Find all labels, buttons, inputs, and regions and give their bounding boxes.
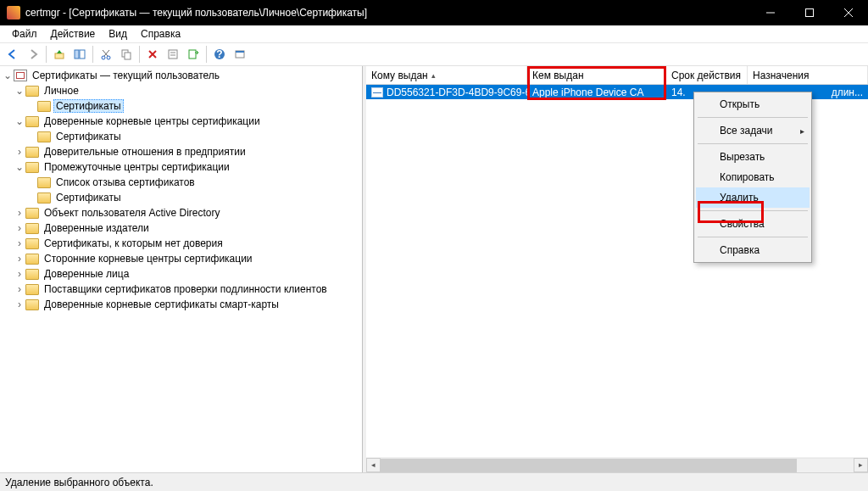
close-button[interactable]	[829, 0, 868, 25]
svg-rect-12	[125, 53, 131, 59]
svg-text:?: ?	[216, 48, 222, 60]
tree-enterprise-trust[interactable]: ›Доверительные отношения в предприятии	[2, 144, 362, 159]
tree-trusted-root[interactable]: ⌄Доверенные корневые центры сертификации	[2, 114, 362, 129]
cm-properties[interactable]: Свойства	[696, 214, 810, 234]
chevron-right-icon: ▸	[800, 126, 804, 136]
status-text: Удаление выбранного объекта.	[5, 477, 153, 488]
help-button[interactable]: ?	[210, 45, 229, 64]
menu-help[interactable]: Справка	[134, 26, 187, 42]
separator	[698, 237, 808, 237]
properties-button[interactable]	[164, 45, 182, 64]
cut-button[interactable]	[97, 45, 115, 64]
svg-rect-6	[80, 50, 85, 59]
svg-rect-5	[75, 50, 79, 59]
separator	[698, 143, 808, 144]
tree-untrusted[interactable]: ›Сертификаты, к которым нет доверия	[2, 236, 362, 251]
col-issued-to[interactable]: Кому выдан▴	[366, 66, 527, 84]
svg-rect-15	[169, 50, 177, 59]
menu-view[interactable]: Вид	[102, 26, 134, 42]
tree-third-party-root[interactable]: ›Сторонние корневые центры сертификации	[2, 251, 362, 266]
tree-intermediate[interactable]: ⌄Промежуточные центры сертификации	[2, 159, 362, 175]
separator	[139, 46, 140, 63]
certificate-tree[interactable]: ⌄Сертификаты — текущий пользователь ⌄Лич…	[0, 66, 362, 472]
svg-rect-22	[236, 51, 244, 53]
separator	[92, 46, 93, 63]
tree-pane: ⌄Сертификаты — текущий пользователь ⌄Лич…	[0, 66, 363, 472]
forward-button[interactable]	[24, 45, 42, 64]
show-hide-tree-button[interactable]	[70, 45, 89, 64]
tree-personal[interactable]: ⌄Личное	[2, 83, 362, 98]
svg-rect-18	[189, 50, 196, 59]
cm-cut[interactable]: Вырезать	[696, 147, 810, 167]
menu-file[interactable]: Файл	[5, 26, 44, 42]
certificate-icon	[371, 87, 383, 98]
list-header: Кому выдан▴ Кем выдан Срок действия Назн…	[366, 66, 868, 85]
delete-button[interactable]	[143, 45, 162, 64]
col-purposes[interactable]: Назначения	[748, 66, 868, 84]
tree-crl[interactable]: Список отзыва сертификатов	[2, 175, 362, 190]
copy-button[interactable]	[117, 45, 136, 64]
horizontal-scrollbar[interactable]: ◂ ▸	[366, 457, 868, 472]
tree-ad-user[interactable]: ›Объект пользователя Active Directory	[2, 205, 362, 220]
window-title: certmgr - [Сертификаты — текущий пользов…	[25, 7, 751, 19]
tree-root[interactable]: ⌄Сертификаты — текущий пользователь	[2, 68, 362, 83]
status-bar: Удаление выбранного объекта.	[0, 472, 868, 491]
list-pane: Кому выдан▴ Кем выдан Срок действия Назн…	[366, 66, 868, 472]
tree-client-auth[interactable]: ›Поставщики сертификатов проверки подлин…	[2, 282, 362, 297]
separator	[698, 210, 808, 211]
tree-intermediate-certs[interactable]: Сертификаты	[2, 190, 362, 205]
scroll-thumb[interactable]	[381, 459, 797, 472]
maximize-button[interactable]	[790, 0, 829, 25]
scroll-right-button[interactable]: ▸	[854, 458, 868, 472]
tree-trusted-root-certs[interactable]: Сертификаты	[2, 129, 362, 144]
tree-personal-certs[interactable]: Сертификаты	[2, 98, 362, 114]
up-button[interactable]	[50, 45, 69, 64]
cm-help[interactable]: Справка	[696, 240, 810, 260]
menu-bar: Файл Действие Вид Справка	[0, 25, 868, 42]
col-expiration[interactable]: Срок действия	[666, 66, 748, 84]
context-menu: Открыть Все задачи▸ Вырезать Копировать …	[693, 92, 812, 263]
tree-trusted-pub[interactable]: ›Доверенные издатели	[2, 220, 362, 236]
cm-delete[interactable]: Удалить	[696, 187, 810, 208]
scroll-track[interactable]	[381, 458, 854, 472]
cm-copy[interactable]: Копировать	[696, 167, 810, 187]
tree-smartcard-root[interactable]: ›Доверенные корневые сертификаты смарт-к…	[2, 297, 362, 312]
separator	[206, 46, 207, 63]
svg-point-7	[102, 56, 105, 59]
col-issued-by[interactable]: Кем выдан	[527, 66, 666, 84]
back-button[interactable]	[3, 45, 22, 64]
scroll-left-button[interactable]: ◂	[366, 458, 381, 472]
app-icon	[7, 6, 20, 20]
export-button[interactable]	[184, 45, 203, 64]
title-bar: certmgr - [Сертификаты — текущий пользов…	[0, 0, 868, 25]
cm-all-tasks[interactable]: Все задачи▸	[696, 120, 810, 141]
separator	[698, 117, 808, 118]
separator	[46, 46, 47, 63]
minimize-button[interactable]	[751, 0, 790, 25]
cell-issued-to: DD556321-DF3D-4BD9-9C69-60...	[366, 86, 527, 98]
toolbar: ?	[0, 42, 868, 66]
sort-asc-icon: ▴	[431, 71, 436, 80]
menu-action[interactable]: Действие	[44, 26, 103, 42]
cm-open[interactable]: Открыть	[696, 94, 810, 114]
tree-trusted-people[interactable]: ›Доверенные лица	[2, 266, 362, 282]
svg-point-8	[107, 56, 110, 59]
options-button[interactable]	[231, 45, 249, 64]
svg-rect-4	[55, 53, 64, 59]
svg-rect-1	[806, 9, 814, 17]
cell-issued-by: Apple iPhone Device CA	[527, 86, 666, 98]
